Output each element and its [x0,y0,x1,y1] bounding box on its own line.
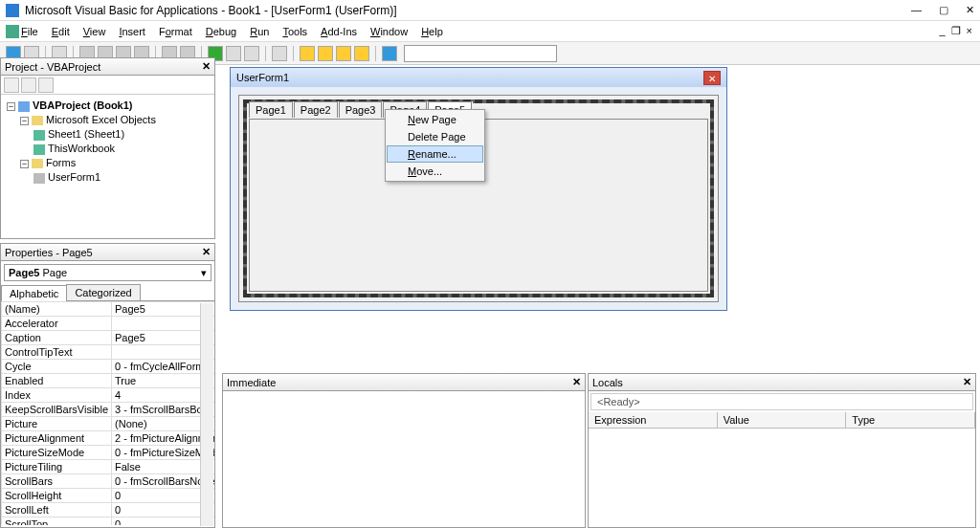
menu-run[interactable]: Run [250,26,269,37]
minimize-button[interactable]: — [911,4,922,16]
property-row[interactable]: ControlTipText [2,345,215,360]
ctx-delete-page[interactable]: Delete Page [387,128,483,145]
property-row[interactable]: PictureTilingFalse [2,460,215,474]
tree-userform1[interactable]: UserForm1 [48,171,100,183]
property-row[interactable]: KeepScrollBarsVisible3 - fmScrollBarsBot… [2,403,215,417]
ctx-rename[interactable]: Rename... [387,145,483,163]
menu-window[interactable]: Window [370,26,408,37]
menu-view[interactable]: View [83,26,106,37]
menu-edit[interactable]: Edit [52,26,70,37]
line-col-combo[interactable] [404,45,557,62]
locals-title: Locals ✕ [589,374,975,391]
project-explorer-title-text: Project - VBAProject [5,61,100,73]
tree-excel-objects[interactable]: Microsoft Excel Objects [46,114,156,125]
tree-forms[interactable]: Forms [46,157,76,168]
locals-col-value[interactable]: Value [718,412,847,428]
locals-col-type[interactable]: Type [846,412,975,428]
userform-titlebar[interactable]: UserForm1 ✕ [231,68,726,87]
locals-col-expression[interactable]: Expression [589,412,718,428]
toggle-folders-icon[interactable] [38,77,54,93]
properties-object-type: Page [42,267,67,278]
tab-alphabetic[interactable]: Alphabetic [1,285,67,301]
multipage-tab-page2[interactable]: Page2 [294,101,338,118]
menu-debug[interactable]: Debug [206,26,236,37]
menu-help[interactable]: Help [421,26,443,37]
menu-insert[interactable]: Insert [119,26,145,37]
menu-bar: File Edit View Insert Format Debug Run T… [0,21,980,42]
dropdown-icon[interactable]: ▾ [201,267,207,279]
project-explorer-close[interactable]: ✕ [202,60,211,73]
property-row[interactable]: ScrollTop0 [2,517,215,526]
locals-body[interactable] [589,429,975,528]
userform-close-icon[interactable]: ✕ [703,71,721,85]
properties-object-selector[interactable]: Page5 Page ▾ [4,264,212,281]
property-row[interactable]: EnabledTrue [2,374,215,388]
mdi-close[interactable]: × [967,25,972,37]
close-button[interactable]: ✕ [966,4,974,16]
tree-sheet1[interactable]: Sheet1 (Sheet1) [48,128,124,140]
property-row[interactable]: Accelerator [2,317,215,331]
locals-close[interactable]: ✕ [963,376,971,388]
properties-window: Properties - Page5 ✕ Page5 Page ▾ Alphab… [0,243,215,528]
menu-tools[interactable]: Tools [282,26,307,37]
ctx-new-page[interactable]: New Page [387,111,483,128]
immediate-title: Immediate ✕ [223,374,585,391]
properties-close[interactable]: ✕ [202,246,211,258]
break-icon[interactable] [226,46,241,61]
properties-window-icon[interactable] [318,46,333,61]
locals-title-text: Locals [592,377,623,388]
form-designer: UserForm1 ✕ Page1Page2Page3Page4Page5 Ne… [222,65,980,365]
immediate-close[interactable]: ✕ [572,376,581,388]
userform-window[interactable]: UserForm1 ✕ Page1Page2Page3Page4Page5 [230,67,727,311]
multipage-tab-page3[interactable]: Page3 [339,101,383,118]
window-buttons: — ▢ ✕ [911,4,974,16]
locals-window: Locals ✕ <Ready> Expression Value Type [588,373,976,528]
property-row[interactable]: ScrollBars0 - fmScrollBarsNone [2,474,215,489]
tab-context-menu: New Page Delete Page Rename... Move... [385,109,485,182]
ctx-move[interactable]: Move... [387,163,483,180]
reset-icon[interactable] [244,46,259,61]
immediate-input[interactable] [223,391,585,527]
object-browser-icon[interactable] [336,46,351,61]
menu-format[interactable]: Format [159,26,192,37]
view-object-icon[interactable] [21,77,36,93]
property-row[interactable]: Cycle0 - fmCycleAllForms [2,360,215,374]
app-icon [6,4,19,17]
tab-categorized[interactable]: Categorized [66,284,140,300]
mdi-restore[interactable]: ❐ [951,25,961,37]
menu-addins[interactable]: Add-Ins [321,26,357,37]
property-row[interactable]: PictureAlignment2 - fmPictureAlignmentCe… [2,431,215,446]
menu-file[interactable]: File [21,26,38,37]
property-row[interactable]: ScrollHeight0 [2,489,215,503]
property-row[interactable]: Index4 [2,388,215,403]
properties-object-name: Page5 [9,267,39,278]
project-tree[interactable]: −VBAProject (Book1) −Microsoft Excel Obj… [1,95,214,188]
multipage-tab-page1[interactable]: Page1 [249,101,293,118]
property-row[interactable]: CaptionPage5 [2,331,215,345]
toolbox-icon[interactable] [354,46,369,61]
property-row[interactable]: Picture(None) [2,417,215,431]
property-row[interactable]: PictureSizeMode0 - fmPictureSizeModeClip [2,446,215,460]
properties-title-text: Properties - Page5 [5,247,93,258]
maximize-button[interactable]: ▢ [939,4,948,16]
properties-grid[interactable]: (Name)Page5AcceleratorCaptionPage5Contro… [1,301,214,525]
app-titlebar: Microsoft Visual Basic for Applications … [0,0,980,21]
property-row[interactable]: (Name)Page5 [2,302,215,317]
project-explorer: Project - VBAProject ✕ −VBAProject (Book… [0,57,215,239]
tree-thisworkbook[interactable]: ThisWorkbook [48,143,115,154]
properties-scrollbar[interactable] [200,303,213,525]
view-code-icon[interactable] [4,77,19,93]
locals-ready: <Ready> [590,393,973,410]
project-explorer-icon[interactable] [300,46,315,61]
mdi-minimize[interactable]: _ [939,25,945,37]
help-icon[interactable] [382,46,397,61]
design-mode-icon[interactable] [272,46,287,61]
mdi-icon [6,25,19,38]
property-row[interactable]: ScrollLeft0 [2,503,215,517]
properties-title: Properties - Page5 ✕ [1,244,214,261]
app-title: Microsoft Visual Basic for Applications … [25,4,911,17]
immediate-window: Immediate ✕ [222,373,586,528]
locals-columns: Expression Value Type [589,412,975,429]
tree-root[interactable]: VBAProject (Book1) [33,99,133,111]
immediate-title-text: Immediate [227,377,276,388]
